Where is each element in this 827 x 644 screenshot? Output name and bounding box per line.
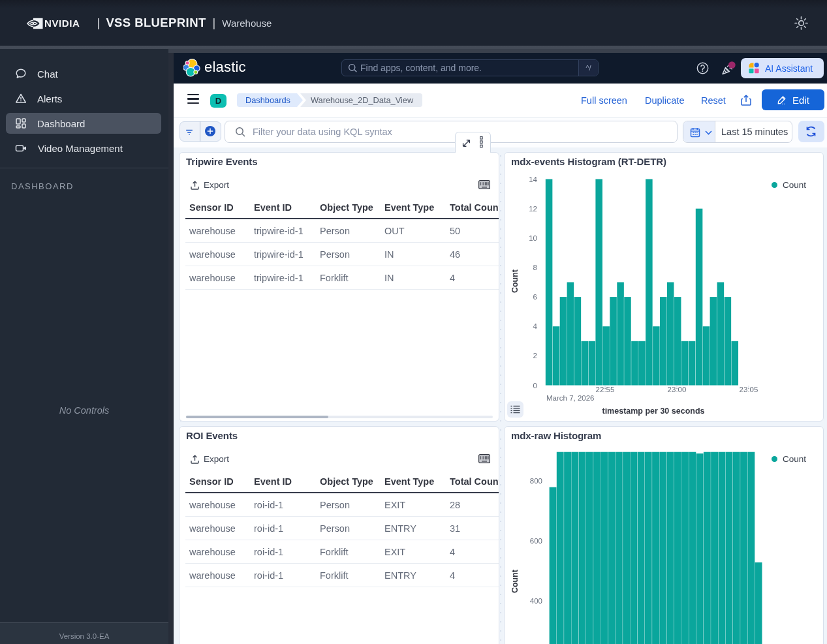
svg-text:600: 600: [530, 537, 542, 545]
svg-text:14: 14: [529, 176, 537, 183]
svg-text:0: 0: [533, 382, 537, 390]
svg-text:2: 2: [533, 352, 537, 360]
svg-text:Count: Count: [510, 569, 520, 593]
svg-text:23:05: 23:05: [740, 386, 758, 393]
svg-text:4: 4: [533, 322, 538, 330]
svg-text:8: 8: [533, 264, 537, 271]
svg-text:12: 12: [529, 205, 537, 213]
svg-text:6: 6: [533, 293, 537, 301]
svg-text:22:55: 22:55: [596, 386, 615, 393]
svg-text:10: 10: [529, 234, 537, 242]
svg-text:Count: Count: [510, 269, 520, 293]
svg-text:400: 400: [530, 597, 542, 605]
svg-text:23:00: 23:00: [668, 386, 687, 393]
svg-text:800: 800: [530, 477, 542, 485]
svg-text:March 7, 2026: March 7, 2026: [546, 394, 595, 402]
svg-text:timestamp per 30 seconds: timestamp per 30 seconds: [602, 406, 704, 416]
